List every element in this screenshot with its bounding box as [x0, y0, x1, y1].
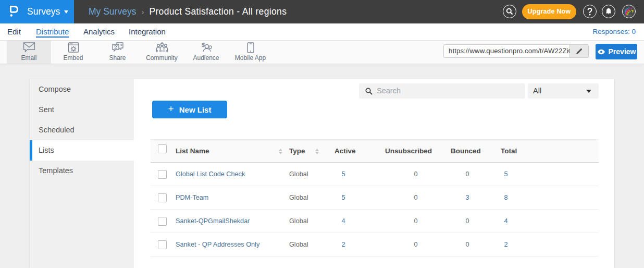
- svg-text:$: $: [202, 42, 205, 48]
